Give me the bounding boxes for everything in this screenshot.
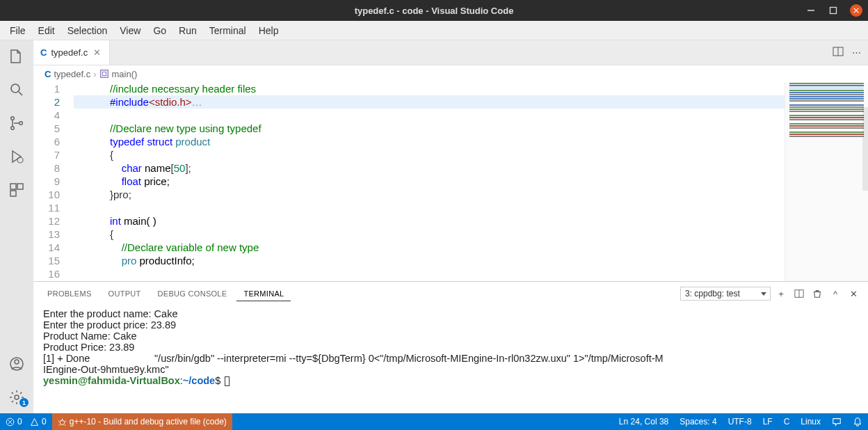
terminal-line: Enter the product price: 23.89 [43,319,858,331]
line-gutter: 1 2 4 5 6 7 8 9 10 11 12 13 14 15 16 17 [33,82,74,281]
run-debug-icon[interactable] [0,145,33,168]
menu-terminal[interactable]: Terminal [204,24,252,38]
menu-file[interactable]: File [4,24,31,38]
status-bell-icon[interactable] [847,413,868,430]
svg-point-11 [15,395,19,399]
svg-rect-14 [102,72,106,75]
tab-terminal[interactable]: TERMINAL [236,287,291,301]
svg-point-17 [60,420,65,425]
svg-rect-0 [830,8,837,14]
terminal-prompt: yesmin@fahmida-VirtualBox:~/code$ [43,375,858,386]
svg-rect-8 [10,191,16,196]
settings-gear-icon[interactable]: 1 [0,385,33,409]
terminal[interactable]: Enter the product name: CakeEnter the pr… [33,305,868,413]
close-panel-icon[interactable]: ✕ [846,286,861,301]
code-content: //include necessary header files #includ… [74,82,785,281]
status-language[interactable]: C [778,413,796,430]
tab-label: typedef.c [51,47,88,58]
svg-point-4 [19,122,23,125]
close-tab-icon[interactable]: ✕ [92,46,102,59]
terminal-line: Product Name: Cake [43,331,858,342]
svg-point-1 [11,84,19,93]
status-encoding[interactable]: UTF-8 [723,413,757,430]
svg-rect-7 [17,184,23,189]
chevron-right-icon: › [93,69,96,79]
c-file-icon: C [45,69,51,79]
terminal-line: [1] + Done "/usr/bin/gdb" --interpreter=… [43,353,858,364]
svg-point-10 [15,360,19,364]
kill-terminal-icon[interactable] [810,286,825,301]
vertical-scrollbar[interactable] [862,107,868,191]
tab-output[interactable]: OUTPUT [102,287,148,301]
maximize-button[interactable] [828,5,839,16]
close-button[interactable] [850,4,862,17]
menu-view[interactable]: View [114,24,146,38]
maximize-panel-icon[interactable]: ^ [828,286,843,301]
status-bar: 0 0 g++-10 - Build and debug active file… [0,413,868,430]
explorer-icon[interactable] [0,45,33,68]
status-lncol[interactable]: Ln 24, Col 38 [613,413,674,430]
minimize-button[interactable] [805,5,817,16]
settings-badge: 1 [19,398,29,407]
split-terminal-icon[interactable] [791,286,807,301]
status-debug-task[interactable]: g++-10 - Build and debug active file (co… [52,413,232,430]
tab-debug-console[interactable]: DEBUG CONSOLE [151,287,234,301]
svg-rect-13 [100,70,108,78]
tab-typedef-c[interactable]: C typedef.c ✕ [33,40,110,65]
more-actions-icon[interactable]: ⋯ [852,47,861,58]
tab-bar: C typedef.c ✕ ⋯ [33,40,868,65]
terminal-line: Enter the product name: Cake [43,308,858,319]
terminal-line: Product Price: 23.89 [43,342,858,353]
new-terminal-icon[interactable]: + [773,286,789,301]
status-eol[interactable]: LF [757,413,778,430]
status-os[interactable]: Linux [795,413,826,430]
breadcrumb[interactable]: C typedef.c › main() [33,65,868,82]
status-spaces[interactable]: Spaces: 4 [674,413,722,430]
split-editor-icon[interactable] [833,46,844,59]
tab-problems[interactable]: PROBLEMS [40,287,99,301]
minimap[interactable] [785,82,868,281]
bottom-panel: PROBLEMS OUTPUT DEBUG CONSOLE TERMINAL 3… [33,281,868,413]
search-icon[interactable] [0,78,33,102]
svg-point-3 [11,127,15,130]
code-editor[interactable]: 1 2 4 5 6 7 8 9 10 11 12 13 14 15 16 17 [33,82,785,281]
svg-point-5 [17,157,23,163]
menu-help[interactable]: Help [253,24,284,38]
window-buttons [805,4,862,17]
menu-run[interactable]: Run [173,24,202,38]
breadcrumb-file: typedef.c [54,69,90,79]
c-file-icon: C [40,47,47,58]
status-errors[interactable]: 0 0 [0,413,52,430]
menu-bar: File Edit Selection View Go Run Terminal… [0,21,868,40]
menu-go[interactable]: Go [147,24,172,38]
source-control-icon[interactable] [0,111,33,135]
accounts-icon[interactable] [0,352,33,376]
title-bar: typedef.c - code - Visual Studio Code [0,0,868,21]
svg-rect-6 [10,184,16,189]
menu-selection[interactable]: Selection [62,24,113,38]
window-title: typedef.c - code - Visual Studio Code [355,6,514,16]
status-feedback-icon[interactable] [826,413,847,430]
breadcrumb-symbol: main() [112,69,138,79]
activity-bar: 1 [0,40,33,413]
terminal-selector[interactable]: 3: cppdbg: test [680,287,771,301]
svg-point-2 [11,117,15,120]
terminal-line: IEngine-Out-9hmtue9y.kmc" [43,364,858,375]
menu-edit[interactable]: Edit [33,24,61,38]
terminal-cursor [225,376,230,386]
extensions-icon[interactable] [0,178,33,202]
